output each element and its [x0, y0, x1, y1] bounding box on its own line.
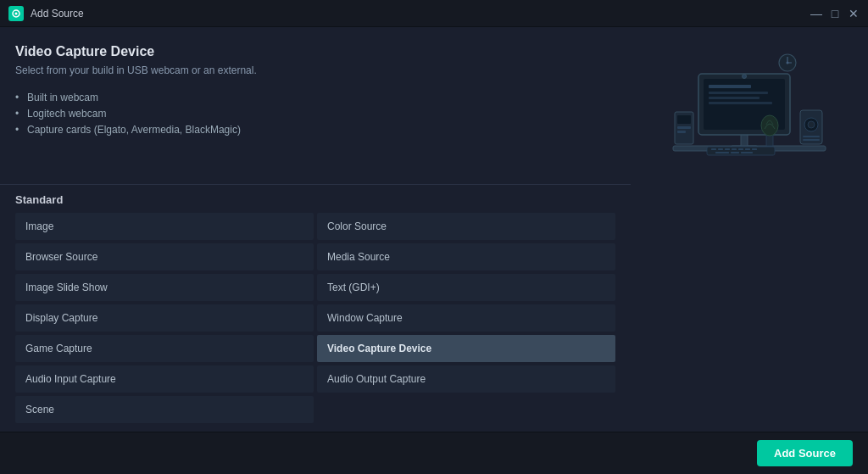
svg-rect-29 [718, 148, 723, 150]
svg-rect-9 [709, 97, 760, 99]
bullet-2: Logitech webcam [15, 108, 615, 120]
device-subtitle: Select from your build in USB webcam or … [15, 64, 615, 76]
svg-rect-13 [677, 115, 691, 124]
footer: Add Source [0, 432, 868, 474]
minimize-button[interactable]: — [810, 8, 822, 20]
source-window-capture[interactable]: Window Capture [317, 304, 615, 332]
maximize-button[interactable]: □ [829, 8, 841, 20]
svg-rect-19 [803, 136, 820, 137]
add-source-button[interactable]: Add Source [757, 440, 853, 466]
svg-rect-34 [752, 148, 757, 150]
device-title: Video Capture Device [15, 44, 615, 59]
source-col-left: Image Browser Source Image Slide Show Di… [15, 213, 314, 423]
svg-point-18 [808, 121, 815, 128]
device-illustration [656, 44, 843, 180]
title-bar: Add Source — □ ✕ [0, 0, 868, 27]
svg-rect-35 [715, 152, 729, 153]
svg-point-1 [15, 12, 18, 14]
window-title: Add Source [31, 8, 810, 20]
svg-rect-28 [711, 148, 716, 150]
svg-point-22 [761, 115, 778, 136]
svg-rect-14 [677, 126, 691, 129]
source-image-slide-show[interactable]: Image Slide Show [15, 274, 314, 301]
feature-list: Built in webcam Logitech webcam Capture … [15, 92, 615, 140]
main-content: Video Capture Device Select from your bu… [0, 27, 868, 432]
source-grid: Image Browser Source Image Slide Show Di… [15, 213, 615, 423]
source-browser-source[interactable]: Browser Source [15, 243, 314, 270]
svg-rect-27 [707, 147, 775, 155]
svg-rect-33 [745, 148, 750, 150]
svg-rect-20 [803, 139, 820, 141]
svg-rect-37 [741, 152, 753, 153]
source-video-capture-device[interactable]: Video Capture Device [317, 335, 615, 362]
source-col-right: Color Source Media Source Text (GDI+) Wi… [317, 213, 615, 423]
source-media-source[interactable]: Media Source [317, 243, 615, 270]
source-game-capture[interactable]: Game Capture [15, 335, 314, 362]
svg-rect-30 [725, 148, 730, 150]
svg-rect-31 [732, 148, 737, 150]
divider [0, 184, 631, 185]
svg-rect-32 [738, 148, 743, 150]
source-color-source[interactable]: Color Source [317, 213, 615, 240]
standard-section: Standard Image Browser Source Image Slid… [0, 193, 631, 432]
svg-rect-7 [709, 85, 751, 88]
source-audio-input-capture[interactable]: Audio Input Capture [15, 365, 314, 393]
svg-rect-36 [731, 152, 739, 153]
bullet-3: Capture cards (Elgato, Avermedia, BlackM… [15, 124, 615, 136]
standard-label: Standard [15, 193, 615, 206]
svg-rect-15 [677, 131, 686, 133]
app-logo [8, 6, 24, 21]
source-text-gdi[interactable]: Text (GDI+) [317, 274, 615, 301]
svg-rect-10 [709, 102, 772, 104]
illustration-panel [631, 27, 868, 432]
source-scene[interactable]: Scene [15, 396, 314, 423]
svg-rect-8 [709, 92, 768, 94]
svg-point-11 [743, 75, 747, 79]
close-button[interactable]: ✕ [848, 8, 860, 20]
source-audio-output-capture[interactable]: Audio Output Capture [317, 365, 615, 393]
bullet-1: Built in webcam [15, 92, 615, 103]
source-display-capture[interactable]: Display Capture [15, 304, 314, 332]
source-image[interactable]: Image [15, 213, 314, 240]
info-panel: Video Capture Device Select from your bu… [0, 27, 631, 176]
window-controls: — □ ✕ [810, 8, 860, 20]
